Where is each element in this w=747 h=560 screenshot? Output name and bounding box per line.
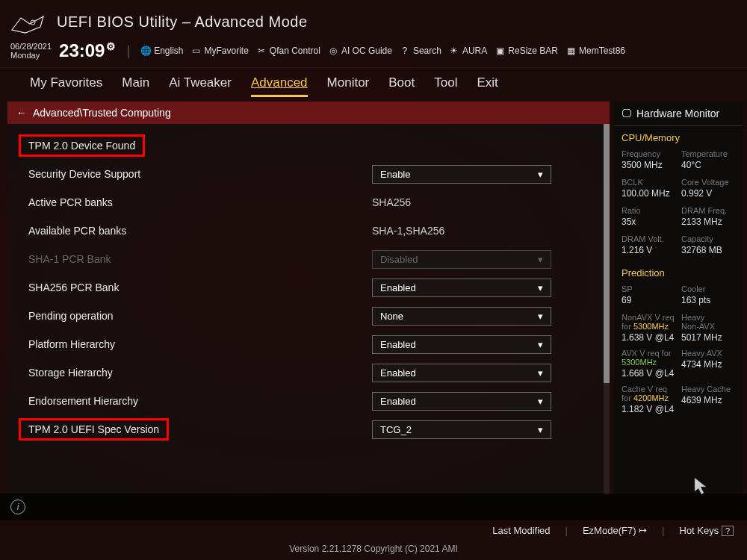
setting-label: Endorsement Hierarchy <box>28 395 372 407</box>
setting-label: Available PCR banks <box>28 225 372 237</box>
setting-row: SHA256 PCR BankEnabled▾ <box>28 273 598 302</box>
gear-icon[interactable]: ⚙ <box>106 40 116 52</box>
info-bar: i <box>0 494 747 520</box>
hw-stat: AVX V req for 5300MHz1.668 V @L4 <box>622 349 675 379</box>
setting-row: Platform HierarchyEnabled▾ <box>28 330 598 358</box>
setting-row: SHA-1 PCR BankDisabled▾ <box>28 245 598 273</box>
chevron-down-icon: ▾ <box>538 311 543 322</box>
hardware-monitor-panel: 🖵 Hardware Monitor CPU/Memory Frequency3… <box>614 102 743 494</box>
back-arrow-icon[interactable]: ← <box>16 107 27 119</box>
app-title: UEFI BIOS Utility – Advanced Mode <box>57 13 308 31</box>
chevron-down-icon: ▾ <box>538 169 543 180</box>
hw-monitor-title: 🖵 Hardware Monitor <box>614 102 743 126</box>
dropdown[interactable]: Enabled▾ <box>372 364 551 382</box>
hw-stat: Heavy AVX4734 MHz <box>681 349 735 379</box>
qfan-link[interactable]: ✂Qfan Control <box>256 46 320 56</box>
chevron-down-icon: ▾ <box>538 424 543 435</box>
setting-label: SHA-1 PCR Bank <box>28 253 372 265</box>
dropdown[interactable]: Enable▾ <box>372 165 551 184</box>
setting-row: Available PCR banksSHA-1,SHA256 <box>28 217 598 245</box>
hw-stat: NonAVX V req for 5300MHz1.638 V @L4 <box>622 313 675 343</box>
hw-stat: Core Voltage0.992 V <box>681 178 735 199</box>
breadcrumb[interactable]: ← Advanced\Trusted Computing <box>7 102 610 124</box>
hotkeys-link[interactable]: Hot Keys ? <box>680 525 734 536</box>
setting-label: Pending operation <box>28 310 372 322</box>
dropdown[interactable]: Enabled▾ <box>372 279 551 297</box>
chevron-down-icon: ▾ <box>538 367 543 379</box>
setting-label: SHA256 PCR Bank <box>28 281 372 293</box>
setting-label: Storage Hierarchy <box>28 367 372 379</box>
chevron-down-icon: ▾ <box>538 282 543 293</box>
exit-icon: ↦ <box>639 525 647 536</box>
mouse-cursor <box>693 476 708 496</box>
chip-icon: ▣ <box>495 46 505 56</box>
hw-stat: DRAM Volt.1.216 V <box>622 234 675 255</box>
cpu-memory-heading: CPU/Memory <box>622 132 735 143</box>
info-icon[interactable]: i <box>10 500 25 514</box>
setting-row: Security Device SupportEnable▾ <box>28 160 598 188</box>
setting-label: Platform Hierarchy <box>28 338 372 350</box>
tab-exit[interactable]: Exit <box>477 75 498 97</box>
setting-row: Storage HierarchyEnabled▾ <box>28 358 598 387</box>
aioc-link[interactable]: ◎AI OC Guide <box>328 46 392 56</box>
setting-label: TPM 2.0 UEFI Spec Version <box>28 418 372 441</box>
resizebar-link[interactable]: ▣ReSize BAR <box>495 46 558 56</box>
tab-advanced[interactable]: Advanced <box>251 75 308 97</box>
setting-row: TPM 2.0 Device Found <box>28 131 598 160</box>
aura-link[interactable]: ☀AURA <box>449 46 487 56</box>
sun-icon: ☀ <box>449 46 459 56</box>
hw-stat: SP69 <box>622 284 675 305</box>
tab-tool[interactable]: Tool <box>434 75 457 97</box>
hw-stat: Capacity32768 MB <box>681 234 735 255</box>
time-display: 23:09⚙ <box>59 40 116 61</box>
scissors-icon: ✂ <box>256 46 267 56</box>
card-icon: ▭ <box>191 46 202 56</box>
setting-row: TPM 2.0 UEFI Spec VersionTCG_2▾ <box>28 415 598 444</box>
tab-monitor[interactable]: Monitor <box>327 75 370 97</box>
dropdown[interactable]: TCG_2▾ <box>372 420 551 439</box>
tab-my-favorites[interactable]: My Favorites <box>30 75 102 97</box>
setting-value-text: SHA-1,SHA256 <box>372 222 598 240</box>
setting-label: Active PCR banks <box>28 196 372 208</box>
chevron-down-icon: ▾ <box>538 254 543 265</box>
memory-icon: ▦ <box>565 46 576 56</box>
hw-stat: BCLK100.00 MHz <box>622 178 675 199</box>
hw-stat: Temperature40°C <box>681 149 735 170</box>
search-link[interactable]: ?Search <box>400 46 441 56</box>
hw-stat: Ratio35x <box>622 206 675 227</box>
chevron-down-icon: ▾ <box>538 339 543 350</box>
hw-stat: Cooler163 pts <box>681 284 735 305</box>
dropdown[interactable]: None▾ <box>372 307 551 326</box>
monitor-icon: 🖵 <box>622 108 632 119</box>
dropdown: Disabled▾ <box>372 250 551 269</box>
ezmode-link[interactable]: EzMode(F7) ↦ <box>583 525 647 536</box>
globe-icon: 🌐 <box>140 46 151 56</box>
hw-stat: Frequency3500 MHz <box>622 149 675 170</box>
setting-label: TPM 2.0 Device Found <box>28 134 372 157</box>
hw-stat: HeavyNon-AVX5017 MHz <box>681 313 735 343</box>
setting-row: Pending operationNone▾ <box>28 302 598 330</box>
date-block: 06/28/2021 Monday <box>10 42 52 60</box>
setting-row: Active PCR banksSHA256 <box>28 188 598 217</box>
tab-main[interactable]: Main <box>122 75 149 97</box>
tab-boot[interactable]: Boot <box>388 75 415 97</box>
chevron-down-icon: ▾ <box>538 396 543 407</box>
tab-ai-tweaker[interactable]: Ai Tweaker <box>169 75 232 97</box>
last-modified-link[interactable]: Last Modified <box>492 525 550 536</box>
hw-stat: DRAM Freq.2133 MHz <box>681 206 735 227</box>
dropdown[interactable]: Enabled▾ <box>372 392 551 411</box>
dropdown[interactable]: Enabled▾ <box>372 335 551 354</box>
prediction-heading: Prediction <box>622 267 735 279</box>
memtest-link[interactable]: ▦MemTest86 <box>565 46 625 56</box>
hw-stat: Heavy Cache4639 MHz <box>681 385 735 414</box>
setting-row: Endorsement HierarchyEnabled▾ <box>28 387 598 415</box>
rog-logo <box>10 13 45 36</box>
settings-panel: TPM 2.0 Device FoundSecurity Device Supp… <box>7 124 610 494</box>
scrollbar-thumb[interactable] <box>604 124 610 383</box>
search-icon: ? <box>400 46 410 56</box>
language-selector[interactable]: 🌐English <box>140 46 183 56</box>
main-tabs: My FavoritesMainAi TweakerAdvancedMonito… <box>0 68 747 97</box>
setting-label: Security Device Support <box>28 168 372 180</box>
setting-value-text: SHA256 <box>372 193 598 211</box>
myfavorite-link[interactable]: ▭MyFavorite <box>191 46 249 56</box>
